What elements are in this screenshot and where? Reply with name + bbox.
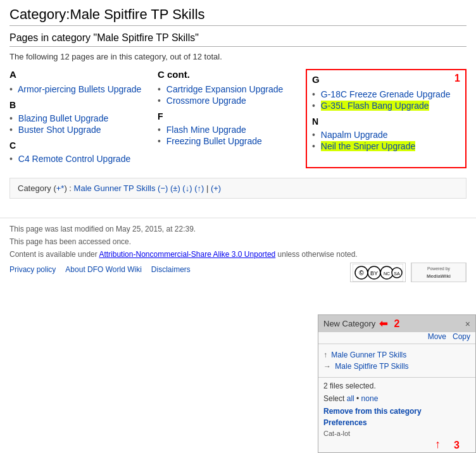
link-freezing[interactable]: Freezing Bullet Upgrade [166,136,262,146]
link-napalm[interactable]: Napalm Upgrade [321,130,388,140]
svg-text:NC: NC [384,271,390,276]
red-number-1: 1 [454,73,460,84]
link-male-gunner[interactable]: Male Gunner TP Skills [331,351,406,359]
list-item: Neil the Sniper Upgrade [312,140,460,152]
cat-a-lot-label: Cat-a-lot [318,428,475,440]
svg-text:BY: BY [370,270,378,276]
cc-icon: © BY NC SA [353,264,403,282]
category-label: Category [18,183,51,193]
list-item: Freezing Bullet Upgrade [158,135,306,147]
link-neil[interactable]: Neil the Sniper Upgrade [321,141,415,151]
plus-star-link[interactable]: +* [56,183,65,193]
header-a: A [9,69,158,80]
link-blazing[interactable]: Blazing Bullet Upgrade [18,113,108,123]
col-middle: C cont. Cartridge Expansion Upgrade Cros… [158,69,306,168]
list-item: C4 Remote Control Upgrade [9,153,158,164]
access-note: This page has been accessed once. [9,237,467,246]
list-item: Flash Mine Upgrade [158,124,306,135]
list-f: Flash Mine Upgrade Freezing Bullet Upgra… [158,124,306,147]
panel-header-left: New Category ⬅ 2 [323,318,399,330]
separator-line-2 [318,377,475,378]
select-options: Select all • none [318,393,475,404]
panel-title: New Category [323,319,375,328]
male-gunner-link[interactable]: Male Gunner TP Skills [74,183,156,193]
list-ccont: Cartridge Expansion Upgrade Crossmore Up… [158,84,306,106]
last-modified: This page was last modified on May 25, 2… [9,225,467,233]
up-arrow-red-icon: ↑ [435,438,441,451]
link-cartridge[interactable]: Cartridge Expansion Upgrade [166,84,283,94]
svg-text:Powered by: Powered by [427,266,451,271]
op-minus[interactable]: (−) [158,183,168,193]
category-grid: A Armor-piercing Bullets Upgrade B Blazi… [9,69,467,168]
move-link[interactable]: Move [428,332,446,341]
select-none-link[interactable]: none [361,394,379,403]
license-suffix: unless otherwise noted. [278,250,358,259]
up-arrow-icon: ↑ [323,351,327,359]
mw-icon: Powered by MediaWiki [411,263,466,282]
footer: This page was last modified on May 25, 2… [0,218,476,289]
list-c: C4 Remote Control Upgrade [9,153,158,164]
link-c4[interactable]: C4 Remote Control Upgrade [18,154,130,164]
op-plus-minus[interactable]: (±) [170,183,180,193]
plus-star: (+*) [53,183,66,193]
cc-badge: © BY NC SA [350,263,406,282]
link-armor-piercing[interactable]: Armor-piercing Bullets Upgrade [18,84,141,94]
list-item: Napalm Upgrade [312,129,460,140]
privacy-policy-link[interactable]: Privacy policy [9,265,56,274]
disclaimers-link[interactable]: Disclaimers [151,265,191,274]
new-category-panel: New Category ⬅ 2 × Move Copy ↑ Male Gunn… [318,314,476,453]
separator-line [318,344,475,344]
category-item-spitfire: → Male Spitfire TP Skills [323,361,470,372]
link-buster[interactable]: Buster Shot Upgrade [18,125,101,135]
mw-badge: Powered by MediaWiki [411,263,467,282]
panel-number-3: 3 [454,440,460,451]
list-g: G-18C Freeze Grenade Upgrade G-35L Flash… [312,89,460,111]
license-link[interactable]: Attribution-Noncommercial-Share Alike 3.… [99,250,275,259]
list-item: Blazing Bullet Upgrade [9,113,158,124]
col-right: 1 G G-18C Freeze Grenade Upgrade G-35L F… [306,69,467,168]
header-ccont: C cont. [158,69,306,80]
list-item: Crossmore Upgrade [158,95,306,106]
svg-text:©: © [359,270,364,276]
about-link[interactable]: About DFO World Wiki [65,265,141,274]
link-g35l[interactable]: G-35L Flash Bang Upgrade [321,101,429,111]
list-item: Buster Shot Upgrade [9,124,158,135]
svg-text:SA: SA [394,271,400,276]
list-b: Blazing Bullet Upgrade Buster Shot Upgra… [9,113,158,135]
copy-link[interactable]: Copy [453,332,470,341]
footer-icons: © BY NC SA Powered by MediaWiki [350,263,467,282]
bullet-sep: • [356,394,361,403]
panel-body: ↑ Male Gunner TP Skills → Male Spitfire … [318,345,475,376]
section-title: Pages in category "Male Spitfire TP Skil… [9,32,467,47]
header-n: N [312,116,460,127]
header-c: C [9,140,158,151]
col-left: A Armor-piercing Bullets Upgrade B Blazi… [9,69,158,168]
colon: : [69,183,73,193]
header-g: G [312,74,460,85]
list-item: Armor-piercing Bullets Upgrade [9,84,158,95]
list-item: G-18C Freeze Grenade Upgrade [312,89,460,100]
list-item: G-35L Flash Bang Upgrade [312,100,460,111]
op-plus[interactable]: (+) [211,183,221,193]
list-a: Armor-piercing Bullets Upgrade [9,84,158,95]
page-title: Category:Male Spitfire TP Skills [9,6,467,26]
list-item: Cartridge Expansion Upgrade [158,84,306,95]
select-label: Select [323,394,344,403]
link-flash-mine[interactable]: Flash Mine Upgrade [166,125,246,135]
select-all-link[interactable]: all [347,394,354,403]
panel-close-button[interactable]: × [465,319,470,329]
header-f: F [158,111,306,121]
license-text: Content is available under Attribution-N… [9,250,467,259]
op-up[interactable]: (↑) [194,183,204,193]
remove-link[interactable]: Remove from this category [318,406,475,417]
move-copy-row: Move Copy [318,332,475,342]
ops: (−) (±) (↓) (↑) | (+) [158,183,221,193]
link-g18c[interactable]: G-18C Freeze Grenade Upgrade [321,89,451,99]
preferences-link[interactable]: Preferences [318,417,475,428]
op-down[interactable]: (↓) [182,183,192,193]
category-item-gunner: ↑ Male Gunner TP Skills [323,349,470,361]
link-crossmore[interactable]: Crossmore Upgrade [166,96,246,106]
files-selected: 2 files selected. [318,379,475,393]
category-footer: Category (+*) : Male Gunner TP Skills (−… [9,178,467,199]
link-male-spitfire[interactable]: Male Spitfire TP Skills [335,362,408,371]
